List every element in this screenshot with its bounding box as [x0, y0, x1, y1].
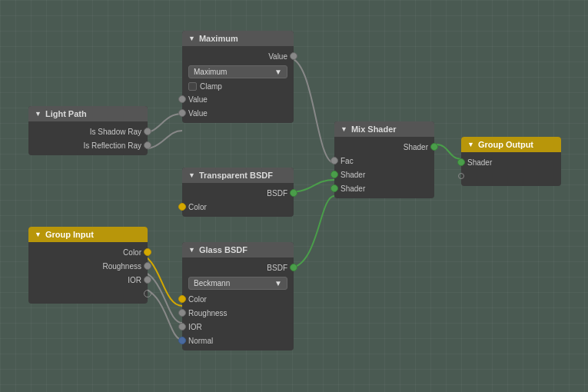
transparent-bsdf-header: ▼ Transparent BSDF — [182, 168, 294, 183]
maximum-header: ▼ Maximum — [182, 31, 294, 46]
maximum-value-input2-socket[interactable] — [178, 109, 186, 117]
maximum-value-output-socket[interactable] — [290, 52, 297, 60]
glass-bsdf-type-dropdown[interactable]: Beckmann ▼ — [188, 277, 287, 290]
maximum-value-input1-row: Value — [182, 92, 294, 106]
maximum-arrow: ▼ — [188, 35, 195, 42]
glass-bsdf-normal-label: Normal — [188, 337, 213, 345]
glass-bsdf-color-socket[interactable] — [178, 295, 186, 303]
glass-bsdf-roughness-row: Roughness — [182, 306, 294, 320]
light-path-node: ▼ Light Path Is Shadow Ray Is Reflection… — [28, 106, 148, 155]
transparent-bsdf-color-label: Color — [188, 203, 207, 211]
mix-shader-fac-socket[interactable] — [331, 157, 338, 164]
maximum-clamp-row: Clamp — [182, 81, 294, 92]
glass-bsdf-roughness-label: Roughness — [188, 309, 228, 317]
mix-shader-shader1-label: Shader — [341, 171, 365, 179]
glass-bsdf-ior-row: IOR — [182, 320, 294, 334]
glass-bsdf-node: ▼ Glass BSDF BSDF Beckmann ▼ Color Rough… — [182, 242, 294, 350]
group-output-shader-label: Shader — [467, 158, 492, 167]
is-reflection-ray-label: Is Reflection Ray — [83, 141, 141, 150]
glass-bsdf-title: Glass BSDF — [199, 245, 247, 254]
transparent-bsdf-color-row: Color — [182, 200, 294, 214]
glass-bsdf-ior-socket[interactable] — [178, 323, 186, 331]
maximum-value-input2-row: Value — [182, 106, 294, 120]
transparent-bsdf-output-row: BSDF — [182, 186, 294, 200]
glass-bsdf-normal-socket[interactable] — [178, 337, 186, 344]
group-input-bottom-socket[interactable] — [144, 290, 151, 297]
maximum-value-output-label: Value — [268, 52, 287, 61]
is-reflection-ray-row: Is Reflection Ray — [28, 138, 148, 152]
light-path-arrow: ▼ — [35, 110, 42, 118]
mix-shader-header: ▼ Mix Shader — [334, 121, 434, 137]
group-input-color-row: Color — [28, 245, 148, 259]
maximum-type-dropdown[interactable]: Maximum ▼ — [188, 65, 287, 78]
maximum-value-output-row: Value — [182, 49, 294, 63]
mix-shader-fac-row: Fac — [334, 154, 434, 168]
transparent-bsdf-arrow: ▼ — [188, 171, 195, 179]
glass-bsdf-roughness-socket[interactable] — [178, 309, 186, 317]
group-input-header: ▼ Group Input — [28, 227, 148, 242]
group-input-ior-label: IOR — [128, 276, 141, 284]
mix-shader-shader2-socket[interactable] — [331, 184, 338, 192]
transparent-bsdf-color-socket[interactable] — [178, 203, 186, 211]
glass-bsdf-arrow: ▼ — [188, 246, 195, 254]
group-output-title: Group Output — [478, 140, 533, 149]
mix-shader-fac-label: Fac — [341, 157, 354, 165]
group-input-arrow: ▼ — [35, 231, 42, 238]
glass-bsdf-ior-label: IOR — [188, 323, 202, 331]
maximum-value-input1-socket[interactable] — [178, 95, 186, 103]
mix-shader-title: Mix Shader — [351, 125, 397, 134]
glass-bsdf-color-label: Color — [188, 295, 207, 304]
group-output-shader-row: Shader — [461, 155, 561, 169]
is-shadow-ray-label: Is Shadow Ray — [90, 128, 141, 136]
is-shadow-ray-socket[interactable] — [144, 128, 151, 135]
group-input-ior-socket[interactable] — [144, 276, 151, 284]
transparent-bsdf-node: ▼ Transparent BSDF BSDF Color — [182, 168, 294, 217]
group-output-header: ▼ Group Output — [461, 137, 561, 152]
mix-shader-arrow: ▼ — [341, 125, 347, 133]
group-input-bottom-row — [28, 287, 148, 301]
is-shadow-ray-row: Is Shadow Ray — [28, 125, 148, 138]
glass-bsdf-output-socket[interactable] — [290, 264, 297, 271]
mix-shader-shader1-socket[interactable] — [331, 171, 338, 178]
group-input-roughness-label: Roughness — [102, 262, 141, 271]
mix-shader-output-socket[interactable] — [430, 143, 438, 151]
transparent-bsdf-title: Transparent BSDF — [199, 171, 273, 180]
mix-shader-output-label: Shader — [404, 143, 428, 151]
maximum-value-input2-label: Value — [188, 109, 208, 118]
group-output-bottom-socket[interactable] — [458, 173, 464, 179]
group-output-arrow: ▼ — [467, 141, 474, 148]
light-path-title: Light Path — [45, 109, 87, 118]
group-output-shader-socket[interactable] — [457, 158, 465, 166]
transparent-bsdf-output-socket[interactable] — [290, 189, 297, 197]
group-output-bottom-row — [461, 169, 561, 183]
group-input-title: Group Input — [45, 230, 94, 239]
maximum-clamp-checkbox[interactable] — [188, 82, 197, 91]
glass-bsdf-color-row: Color — [182, 292, 294, 306]
is-reflection-ray-socket[interactable] — [144, 141, 151, 149]
group-input-roughness-socket[interactable] — [144, 262, 151, 270]
group-input-color-socket[interactable] — [144, 248, 151, 256]
glass-bsdf-output-label: BSDF — [267, 264, 287, 272]
light-path-header: ▼ Light Path — [28, 106, 148, 121]
glass-bsdf-header: ▼ Glass BSDF — [182, 242, 294, 257]
maximum-value-input1-label: Value — [188, 95, 208, 104]
group-output-node: ▼ Group Output Shader — [461, 137, 561, 186]
mix-shader-shader2-label: Shader — [341, 184, 365, 193]
transparent-bsdf-output-label: BSDF — [267, 189, 287, 198]
mix-shader-shader2-row: Shader — [334, 181, 434, 195]
maximum-title: Maximum — [199, 34, 238, 43]
glass-bsdf-output-row: BSDF — [182, 261, 294, 274]
maximum-clamp-label: Clamp — [200, 82, 222, 91]
group-input-roughness-row: Roughness — [28, 259, 148, 273]
mix-shader-node: ▼ Mix Shader Shader Fac Shader Shader — [334, 121, 434, 198]
group-input-node: ▼ Group Input Color Roughness IOR — [28, 227, 148, 304]
mix-shader-output-row: Shader — [334, 140, 434, 154]
group-input-ior-row: IOR — [28, 273, 148, 287]
group-input-color-label: Color — [123, 248, 141, 257]
maximum-node: ▼ Maximum Value Maximum ▼ Clamp Value Va… — [182, 31, 294, 123]
glass-bsdf-normal-row: Normal — [182, 334, 294, 347]
mix-shader-shader1-row: Shader — [334, 168, 434, 181]
